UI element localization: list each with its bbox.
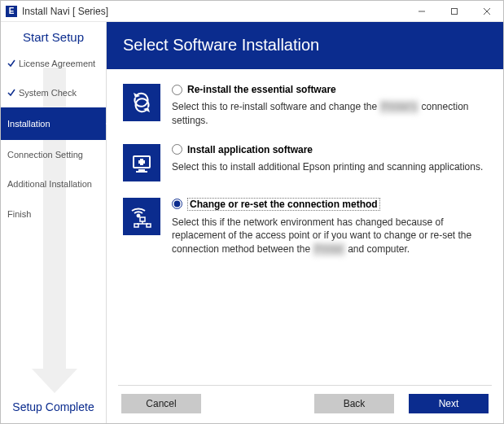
next-button[interactable]: Next xyxy=(409,394,489,413)
close-button[interactable] xyxy=(471,1,503,22)
install-app-icon xyxy=(123,144,160,181)
step-label: Connection Setting xyxy=(7,150,83,160)
step-label: Additional Installation xyxy=(7,179,92,190)
svg-rect-6 xyxy=(136,171,147,173)
app-icon: E xyxy=(6,6,17,17)
window-controls xyxy=(405,1,503,22)
maximize-button[interactable] xyxy=(438,1,471,22)
cancel-button[interactable]: Cancel xyxy=(121,394,201,413)
blurred-text: Printer xyxy=(313,243,344,256)
step-label: License Agreement xyxy=(19,59,95,68)
minimize-button[interactable] xyxy=(405,1,438,22)
options-list: Re-install the essential software Select… xyxy=(107,69,503,385)
step-license: License Agreement xyxy=(1,49,106,78)
option-reinstall-head[interactable]: Re-install the essential software xyxy=(172,84,487,95)
radio-change-connection[interactable] xyxy=(172,199,182,209)
radio-install-app[interactable] xyxy=(172,144,182,155)
option-desc: Select this if the network environment h… xyxy=(172,216,487,256)
check-icon xyxy=(7,59,15,68)
reinstall-icon xyxy=(123,84,160,121)
sidebar-start-label: Start Setup xyxy=(1,22,106,49)
window-title: Install Navi [ Series] xyxy=(22,6,108,17)
svg-rect-8 xyxy=(138,160,145,164)
step-finish: Finish xyxy=(1,199,106,229)
step-label: Installation xyxy=(7,119,50,129)
sidebar-complete-label: Setup Complete xyxy=(1,396,106,423)
content: Select Software Installation Re-install … xyxy=(107,22,503,423)
option-install-app-head[interactable]: Install application software xyxy=(172,144,487,155)
svg-rect-13 xyxy=(134,224,138,227)
check-icon xyxy=(7,89,15,97)
step-connection-setting: Connection Setting xyxy=(1,140,106,169)
option-change-connection: Change or re-set the connection method S… xyxy=(123,198,487,256)
footer: Cancel Back Next xyxy=(118,385,492,423)
option-desc: Select this to install additional Epson … xyxy=(172,160,487,174)
option-title: Change or re-set the connection method xyxy=(187,198,380,211)
step-additional-installation: Additional Installation xyxy=(1,169,106,199)
radio-reinstall[interactable] xyxy=(172,85,182,95)
svg-rect-14 xyxy=(147,224,151,227)
blurred-text: Printer's xyxy=(379,100,419,114)
network-icon xyxy=(123,198,160,235)
option-title: Re-install the essential software xyxy=(187,84,336,95)
titlebar: E Install Navi [ Series] xyxy=(1,1,503,22)
step-label: Finish xyxy=(7,209,31,219)
option-install-app: Install application software Select this… xyxy=(123,144,487,181)
page-title: Select Software Installation xyxy=(107,22,503,69)
back-button[interactable]: Back xyxy=(314,394,394,413)
option-reinstall: Re-install the essential software Select… xyxy=(123,84,487,128)
sidebar: Start Setup License Agreement System Che… xyxy=(1,22,107,423)
sidebar-steps: License Agreement System Check Installat… xyxy=(1,49,106,396)
step-label: System Check xyxy=(19,88,77,98)
step-installation: Installation xyxy=(1,107,106,140)
option-title: Install application software xyxy=(187,144,313,155)
option-change-connection-head[interactable]: Change or re-set the connection method xyxy=(172,198,487,211)
svg-rect-1 xyxy=(452,8,458,14)
svg-rect-5 xyxy=(138,169,145,171)
option-desc: Select this to re-install software and c… xyxy=(172,100,487,128)
step-system-check: System Check xyxy=(1,78,106,107)
svg-rect-10 xyxy=(140,217,145,221)
